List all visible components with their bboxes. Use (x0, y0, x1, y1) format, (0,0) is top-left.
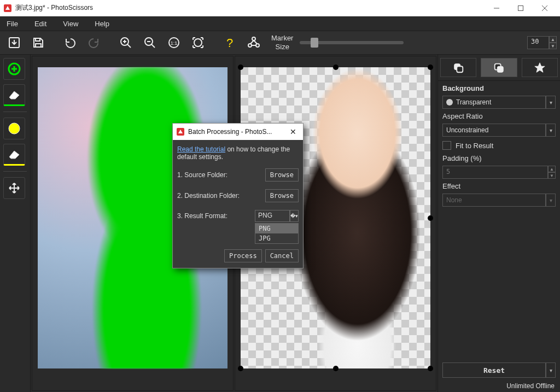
menu-edit[interactable]: Edit (32, 17, 49, 30)
result-format-select[interactable]: PNG �▾ (255, 210, 299, 222)
svg-rect-6 (36, 38, 40, 41)
redo-button[interactable] (83, 33, 105, 52)
chevron-down-icon[interactable]: ▾ (546, 194, 556, 207)
svg-rect-27 (457, 66, 463, 72)
add-foreground-tool[interactable] (3, 58, 25, 80)
erase-background-tool[interactable] (3, 144, 25, 166)
dialog-titlebar[interactable]: Batch Processing - PhotoS... ✕ (173, 124, 303, 140)
crop-handle[interactable] (428, 366, 433, 371)
aspect-ratio-select[interactable]: Unconstrained ▾ (442, 124, 556, 137)
toolbar: 1:1 ? Marker Size 30 ▲▼ (0, 31, 560, 55)
transparent-swatch-icon (446, 99, 453, 106)
reset-button[interactable]: Reset ▾ (442, 362, 556, 378)
destination-browse-button[interactable]: Browse (265, 189, 299, 202)
crop-handle[interactable] (428, 65, 433, 70)
tab-foreground[interactable] (440, 58, 476, 77)
effect-select[interactable]: None ▾ (442, 194, 556, 207)
zoom-actual-button[interactable]: 1:1 (163, 33, 185, 52)
format-option-jpg[interactable]: JPG (255, 233, 298, 243)
svg-point-17 (194, 39, 202, 46)
chevron-down-icon[interactable]: ▾ (546, 96, 556, 109)
crop-handle[interactable] (238, 65, 243, 70)
chevron-down-icon[interactable]: ▾ (546, 124, 556, 137)
titlebar: 测试3.jpg* - PhotoScissors (0, 0, 560, 16)
svg-rect-29 (498, 66, 504, 72)
crop-handle[interactable] (333, 65, 339, 70)
destination-folder-label: 2. Destination Folder: (177, 192, 262, 200)
svg-point-19 (252, 37, 255, 40)
svg-point-25 (9, 123, 20, 134)
step-down-icon[interactable]: ▼ (548, 172, 556, 179)
zoom-out-button[interactable] (139, 33, 161, 52)
svg-text:?: ? (226, 36, 233, 49)
marker-size-label: Marker Size (271, 34, 293, 51)
marker-size-value[interactable]: 30 ▲▼ (527, 36, 557, 49)
format-option-png[interactable]: PNG (255, 224, 298, 233)
left-tool-palette (0, 55, 31, 392)
background-select[interactable]: Transparent ▾ (442, 96, 556, 109)
background-label: Background (442, 84, 556, 92)
step-up-icon[interactable]: ▲ (548, 166, 556, 172)
status-text: Unlimited Offline (506, 382, 555, 390)
result-format-dropdown: PNG JPG (255, 223, 299, 244)
crop-handle[interactable] (333, 366, 339, 371)
tab-favorites[interactable] (522, 58, 558, 77)
menu-help[interactable]: Help (92, 17, 112, 30)
svg-line-13 (151, 44, 155, 48)
properties-tabs (438, 55, 560, 81)
chevron-down-icon[interactable]: ▾ (546, 362, 556, 378)
marker-step-down[interactable]: ▼ (549, 43, 557, 49)
batch-processing-dialog: Batch Processing - PhotoS... ✕ Read the … (172, 123, 304, 268)
undo-button[interactable] (59, 33, 81, 52)
menubar: File Edit View Help (0, 16, 560, 31)
add-background-tool[interactable] (3, 118, 25, 139)
status-bar: Unlimited Offline (438, 380, 560, 392)
dialog-close-button[interactable]: ✕ (287, 127, 300, 136)
source-browse-button[interactable]: Browse (265, 168, 299, 182)
tutorial-link[interactable]: Read the tutorial (177, 145, 225, 153)
move-tool[interactable] (3, 177, 25, 199)
aspect-ratio-label: Aspect Ratio (442, 112, 556, 120)
minimize-button[interactable] (485, 0, 509, 16)
menu-file[interactable]: File (4, 17, 20, 30)
source-folder-label: 1. Source Folder: (177, 171, 262, 179)
svg-line-9 (127, 44, 131, 48)
dialog-intro-text: Read the tutorial on how to change the d… (177, 145, 299, 161)
chevron-down-icon[interactable]: �▾ (290, 210, 299, 222)
effect-label: Effect (442, 182, 556, 190)
svg-point-21 (256, 44, 259, 47)
tab-background[interactable] (481, 58, 517, 77)
svg-text:1:1: 1:1 (171, 40, 178, 46)
checkbox-icon[interactable] (442, 141, 451, 150)
maximize-button[interactable] (509, 0, 533, 16)
window-title: 测试3.jpg* - PhotoScissors (15, 3, 93, 13)
menu-view[interactable]: View (61, 17, 80, 30)
app-icon (3, 4, 12, 13)
result-format-label: 3. Result Format: (177, 212, 252, 220)
fit-to-result-checkbox[interactable]: Fit to Result (442, 140, 556, 151)
save-button[interactable] (27, 33, 49, 52)
close-button[interactable] (533, 0, 557, 16)
help-icon[interactable]: ? (219, 33, 241, 52)
padding-input[interactable]: 5 ▲▼ (442, 166, 556, 179)
marker-step-up[interactable]: ▲ (549, 36, 557, 43)
zoom-fit-button[interactable] (187, 33, 209, 52)
marker-size-input[interactable]: 30 (527, 36, 549, 49)
cancel-button[interactable]: Cancel (265, 249, 299, 262)
slider-thumb[interactable] (311, 38, 318, 48)
crop-handle[interactable] (428, 215, 433, 221)
zoom-in-button[interactable] (115, 33, 137, 52)
app-icon (176, 127, 185, 136)
crop-handle[interactable] (238, 366, 243, 371)
marker-size-slider[interactable] (300, 41, 404, 44)
batch-icon[interactable] (243, 33, 265, 52)
padding-label: Padding (%) (442, 154, 556, 162)
svg-rect-2 (518, 5, 523, 10)
svg-point-20 (248, 44, 252, 47)
properties-panel: Background Transparent ▾ Aspect Ratio Un… (438, 55, 560, 392)
process-button[interactable]: Process (224, 249, 262, 262)
open-button[interactable] (3, 33, 25, 52)
erase-foreground-tool[interactable] (3, 84, 25, 106)
svg-rect-7 (36, 44, 41, 47)
dialog-title: Batch Processing - PhotoS... (188, 128, 287, 136)
